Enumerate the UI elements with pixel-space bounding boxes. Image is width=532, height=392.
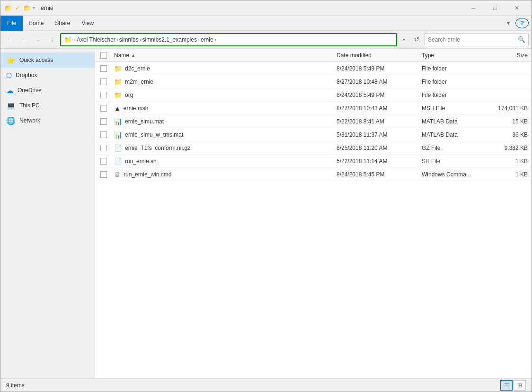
breadcrumb-axel[interactable]: Axel Thielscher <box>77 36 115 43</box>
row-checkbox[interactable] <box>100 171 107 178</box>
row-checkbox[interactable] <box>100 92 107 98</box>
onedrive-icon: ☁ <box>6 86 14 95</box>
column-name[interactable]: Name ▲ <box>112 49 333 61</box>
refresh-button[interactable]: ↺ <box>410 34 423 46</box>
table-row[interactable]: 📁 m2m_ernie 8/27/2018 10:48 AM File fold… <box>95 75 532 88</box>
column-size[interactable]: Size <box>484 52 532 59</box>
table-row[interactable]: 📄 ernie_T1fs_conform.nii.gz 8/25/2018 11… <box>95 141 532 155</box>
sidebar-label-network: Network <box>19 117 40 124</box>
column-header: Name ▲ Date modified Type Size <box>95 49 532 62</box>
file-name: 🖥 run_ernie_win.cmd <box>112 171 333 178</box>
window-controls: ─ □ ✕ <box>462 0 528 16</box>
search-icon[interactable]: 🔍 <box>518 36 525 43</box>
table-row[interactable]: 📊 ernie_simu.mat 5/22/2018 8:41 AM MATLA… <box>95 115 532 128</box>
select-all-checkbox[interactable] <box>100 52 107 59</box>
breadcrumb-simnibs21[interactable]: simnibs2.1_examples <box>142 36 197 43</box>
computer-icon: 💻 <box>6 101 16 110</box>
file-name: 📄 run_ernie.sh <box>112 157 333 165</box>
up-button[interactable]: ↑ <box>46 34 58 46</box>
header-checkbox-col <box>95 52 112 59</box>
file-type-icon: 📊 <box>114 131 122 139</box>
column-date[interactable]: Date modified <box>333 52 418 59</box>
row-checkbox[interactable] <box>100 118 107 125</box>
search-input[interactable] <box>428 36 518 43</box>
file-type: GZ File <box>418 145 484 151</box>
large-icon-view-button[interactable]: ⊞ <box>514 380 526 391</box>
file-name-text: ernie_simu.mat <box>125 118 164 125</box>
menu-file[interactable]: File <box>0 16 23 31</box>
file-area: Name ▲ Date modified Type Size 📁 d2c_ern… <box>95 49 532 378</box>
file-name-text: ernie_simu_w_tms.mat <box>125 131 183 138</box>
file-size: 15 KB <box>484 118 532 125</box>
row-checkbox[interactable] <box>100 145 107 151</box>
dropdown-arrow-icon[interactable]: ▾ <box>33 5 35 10</box>
row-checkbox[interactable] <box>100 65 107 72</box>
file-type: MATLAB Data <box>418 118 484 125</box>
address-bar: ← → ⌄ ↑ 📁 › Axel Thielscher › simnibs › … <box>0 31 532 49</box>
sidebar-item-quick-access[interactable]: ⭐ Quick access <box>0 52 95 68</box>
details-view-button[interactable]: ☰ <box>500 380 513 391</box>
row-checkbox[interactable] <box>100 105 107 112</box>
sidebar-item-network[interactable]: 🌐 Network <box>0 113 95 128</box>
sidebar-label-dropbox: Dropbox <box>16 72 37 78</box>
menu-expander[interactable]: ▾ <box>501 16 515 31</box>
file-name-text: m2m_ernie <box>125 78 153 85</box>
recent-locations-button[interactable]: ⌄ <box>32 34 44 46</box>
address-path[interactable]: 📁 › Axel Thielscher › simnibs › simnibs2… <box>60 33 397 46</box>
row-checkbox[interactable] <box>100 78 107 85</box>
file-type-icon: 📁 <box>114 78 122 86</box>
star-icon: ⭐ <box>6 56 16 65</box>
row-checkbox[interactable] <box>100 158 107 165</box>
file-type: Windows Comma... <box>418 171 484 178</box>
file-size: 9,382 KB <box>484 145 532 151</box>
network-icon: 🌐 <box>6 116 16 125</box>
sidebar-label-this-pc: This PC <box>19 102 40 109</box>
folder-icon-title: 📁 <box>4 4 12 12</box>
file-size: 1 KB <box>484 158 532 165</box>
file-date: 5/31/2018 11:37 AM <box>333 131 418 138</box>
row-checkbox-container <box>95 65 112 72</box>
file-name: 📊 ernie_simu_w_tms.mat <box>112 131 333 139</box>
file-name: 📁 org <box>112 91 333 99</box>
row-checkbox-container <box>95 158 112 165</box>
status-bar: 9 items ☰ ⊞ <box>0 378 532 392</box>
table-row[interactable]: 📁 org 8/24/2018 5:49 PM File folder <box>95 88 532 102</box>
file-name-text: org <box>125 92 133 98</box>
sidebar-item-onedrive[interactable]: ☁ OneDrive <box>0 83 95 98</box>
sidebar: ⭐ Quick access ⬡ Dropbox ☁ OneDrive 💻 Th… <box>0 49 95 378</box>
window-title: ernie <box>39 5 462 11</box>
close-button[interactable]: ✕ <box>506 0 528 16</box>
forward-button: → <box>18 34 30 46</box>
minimize-button[interactable]: ─ <box>462 0 484 16</box>
table-row[interactable]: ▲ ernie.msh 8/27/2018 10:43 AM MSH File … <box>95 102 532 115</box>
row-checkbox[interactable] <box>100 131 107 138</box>
help-button[interactable]: ? <box>515 18 529 28</box>
file-name-text: ernie.msh <box>124 105 149 112</box>
file-type-icon: 📁 <box>114 91 122 99</box>
sidebar-item-this-pc[interactable]: 💻 This PC <box>0 98 95 113</box>
table-row[interactable]: 📄 run_ernie.sh 5/22/2018 11:14 AM SH Fil… <box>95 155 532 168</box>
breadcrumb-ernie[interactable]: ernie <box>201 36 213 43</box>
table-row[interactable]: 📊 ernie_simu_w_tms.mat 5/31/2018 11:37 A… <box>95 128 532 141</box>
file-name: ▲ ernie.msh <box>112 105 333 112</box>
sidebar-item-dropbox[interactable]: ⬡ Dropbox <box>0 68 95 83</box>
main-area: ⭐ Quick access ⬡ Dropbox ☁ OneDrive 💻 Th… <box>0 49 532 378</box>
breadcrumb-simnibs[interactable]: simnibs <box>119 36 139 43</box>
file-date: 8/27/2018 10:43 AM <box>333 105 418 112</box>
menu-share[interactable]: Share <box>49 16 76 31</box>
row-checkbox-container <box>95 105 112 112</box>
file-type-icon: 📊 <box>114 118 122 125</box>
menu-view[interactable]: View <box>76 16 99 31</box>
file-date: 8/24/2018 5:49 PM <box>333 92 418 98</box>
address-dropdown[interactable]: ▾ <box>399 33 408 46</box>
dropbox-icon: ⬡ <box>6 71 12 79</box>
table-row[interactable]: 🖥 run_ernie_win.cmd 8/24/2018 5:45 PM Wi… <box>95 168 532 181</box>
back-button: ← <box>3 34 16 46</box>
menu-bar: File Home Share View ▾ ? <box>0 16 532 31</box>
file-name-text: run_ernie.sh <box>125 158 157 165</box>
table-row[interactable]: 📁 d2c_ernie 8/24/2018 5:49 PM File folde… <box>95 62 532 75</box>
column-type[interactable]: Type <box>418 52 484 59</box>
sidebar-label-onedrive: OneDrive <box>18 87 42 94</box>
menu-home[interactable]: Home <box>23 16 49 31</box>
maximize-button[interactable]: □ <box>484 0 506 16</box>
